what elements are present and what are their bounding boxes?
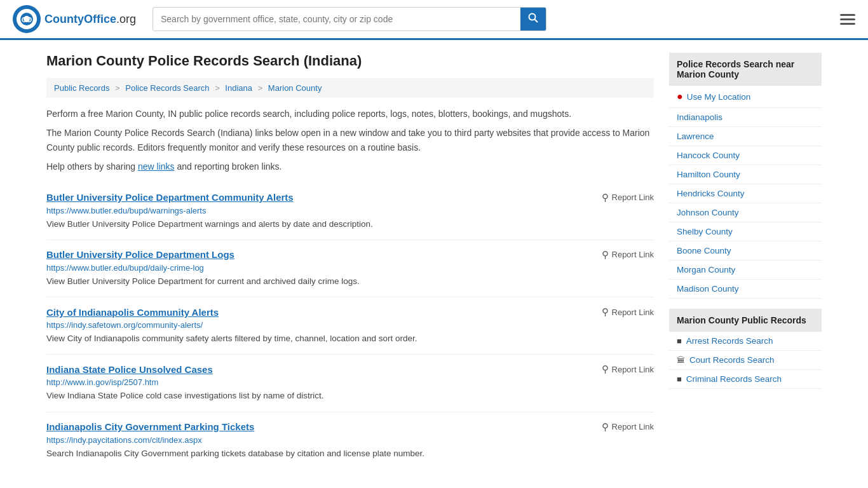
report-link-label-0: Report Link: [612, 193, 654, 202]
use-location-item[interactable]: ● Use My Location: [669, 86, 822, 108]
record-header-4: Indianapolis City Government Parking Tic…: [46, 421, 654, 433]
description-p1: Perform a free Marion County, IN public …: [46, 107, 654, 121]
record-header-2: City of Indianapolis Community Alerts ⚲ …: [46, 306, 654, 318]
nearby-link-0[interactable]: Indianapolis: [677, 112, 722, 122]
nearby-title: Police Records Search near Marion County: [669, 53, 822, 86]
nearby-item-4: Hendricks County: [669, 184, 822, 203]
record-item: City of Indianapolis Community Alerts ⚲ …: [46, 297, 654, 355]
breadcrumb-sep-3: >: [258, 83, 263, 93]
nearby-link-3[interactable]: Hamilton County: [677, 170, 740, 179]
svg-line-6: [535, 20, 538, 23]
record-desc-2: View City of Indianapolis community safe…: [46, 332, 654, 345]
record-item: Butler University Police Department Logs…: [46, 240, 654, 297]
nearby-link-2[interactable]: Hancock County: [677, 151, 740, 160]
location-dot-icon: ●: [677, 91, 683, 102]
hamburger-menu-icon[interactable]: [840, 14, 855, 25]
breadcrumb-marion-county[interactable]: Marion County: [268, 83, 322, 93]
description-p2: The Marion County Police Records Search …: [46, 126, 654, 154]
breadcrumb-sep-2: >: [215, 83, 220, 93]
breadcrumb-indiana[interactable]: Indiana: [225, 83, 252, 93]
pub-record-link-2[interactable]: Criminal Records Search: [686, 374, 782, 384]
record-desc-1: View Butler University Police Department…: [46, 275, 654, 288]
record-url-4: https://indy.paycitations.com/cit/index.…: [46, 435, 654, 445]
nearby-link-6[interactable]: Shelby County: [677, 227, 733, 236]
report-link-icon-0: ⚲: [602, 192, 609, 203]
records-list: Butler University Police Department Comm…: [46, 183, 654, 469]
breadcrumb-public-records[interactable]: Public Records: [54, 83, 109, 93]
nearby-item-9: Madison County: [669, 280, 822, 299]
report-link-2[interactable]: ⚲ Report Link: [602, 306, 654, 318]
public-record-item-2: ■Criminal Records Search: [669, 370, 822, 389]
record-url-3: http://www.in.gov/isp/2507.htm: [46, 377, 654, 387]
record-item: Butler University Police Department Comm…: [46, 183, 654, 240]
record-title-2[interactable]: City of Indianapolis Community Alerts: [46, 307, 219, 318]
report-link-icon-1: ⚲: [602, 249, 609, 261]
nearby-item-1: Lawrence: [669, 127, 822, 146]
report-link-label-4: Report Link: [612, 422, 654, 431]
record-title-3[interactable]: Indiana State Police Unsolved Cases: [46, 364, 213, 375]
logo-area: CO CountyOffice.org: [13, 5, 140, 33]
record-title-4[interactable]: Indianapolis City Government Parking Tic…: [46, 421, 254, 432]
nearby-link-1[interactable]: Lawrence: [677, 132, 714, 141]
public-record-item-1: 🏛Court Records Search: [669, 351, 822, 370]
record-title-1[interactable]: Butler University Police Department Logs: [46, 249, 234, 260]
record-header-3: Indiana State Police Unsolved Cases ⚲ Re…: [46, 363, 654, 375]
report-link-icon-3: ⚲: [602, 363, 609, 375]
record-url-2: https://indy.safetown.org/community-aler…: [46, 320, 654, 330]
search-icon: [528, 13, 538, 23]
svg-point-5: [529, 14, 536, 20]
report-link-icon-2: ⚲: [602, 306, 609, 318]
report-link-label-3: Report Link: [612, 365, 654, 374]
sidebar: Police Records Search near Marion County…: [669, 53, 822, 469]
report-link-icon-4: ⚲: [602, 421, 609, 433]
main-layout: Marion County Police Records Search (Ind…: [34, 40, 834, 482]
nearby-link-7[interactable]: Boone County: [677, 246, 731, 255]
public-records-list: ■Arrest Records Search🏛Court Records Sea…: [669, 332, 822, 389]
nearby-link-5[interactable]: Johnson County: [677, 208, 739, 217]
nearby-item-8: Morgan County: [669, 261, 822, 280]
use-location-link[interactable]: Use My Location: [687, 92, 751, 102]
report-link-3[interactable]: ⚲ Report Link: [602, 363, 654, 375]
nearby-items-list: IndianapolisLawrenceHancock CountyHamilt…: [669, 108, 822, 299]
record-desc-4: Search Indianapolis City Government park…: [46, 447, 654, 460]
nearby-item-0: Indianapolis: [669, 108, 822, 127]
search-button[interactable]: [520, 8, 546, 30]
breadcrumb: Public Records > Police Records Search >…: [46, 78, 654, 98]
new-links-link[interactable]: new links: [138, 161, 175, 172]
nearby-item-2: Hancock County: [669, 146, 822, 165]
nearby-link-9[interactable]: Madison County: [677, 284, 739, 294]
nearby-link-4[interactable]: Hendricks County: [677, 189, 745, 198]
breadcrumb-police-records[interactable]: Police Records Search: [125, 83, 209, 93]
public-records-title: Marion County Public Records: [669, 309, 822, 332]
public-records-section: Marion County Public Records ■Arrest Rec…: [669, 309, 822, 389]
pub-record-icon-2: ■: [677, 374, 682, 384]
logo-icon: CO: [13, 5, 41, 33]
record-item: Indianapolis City Government Parking Tic…: [46, 412, 654, 469]
nearby-item-3: Hamilton County: [669, 165, 822, 184]
nearby-link-8[interactable]: Morgan County: [677, 265, 735, 274]
header: CO CountyOffice.org: [0, 0, 868, 40]
search-input[interactable]: [153, 9, 520, 29]
report-link-label-1: Report Link: [612, 250, 654, 259]
description-p3: Help others by sharing new links and rep…: [46, 159, 654, 173]
pub-record-icon-1: 🏛: [677, 355, 685, 365]
record-url-0: https://www.butler.edu/bupd/warnings-ale…: [46, 206, 654, 215]
record-desc-0: View Butler University Police Department…: [46, 218, 654, 231]
public-record-item-0: ■Arrest Records Search: [669, 332, 822, 351]
pub-record-link-0[interactable]: Arrest Records Search: [686, 336, 773, 346]
report-link-0[interactable]: ⚲ Report Link: [602, 192, 654, 203]
report-link-4[interactable]: ⚲ Report Link: [602, 421, 654, 433]
search-area: [153, 7, 546, 31]
record-header-1: Butler University Police Department Logs…: [46, 249, 654, 261]
report-link-1[interactable]: ⚲ Report Link: [602, 249, 654, 261]
breadcrumb-sep-1: >: [115, 83, 120, 93]
svg-text:CO: CO: [22, 16, 32, 24]
record-title-0[interactable]: Butler University Police Department Comm…: [46, 192, 294, 203]
nearby-item-5: Johnson County: [669, 203, 822, 222]
report-link-label-2: Report Link: [612, 308, 654, 317]
pub-record-link-1[interactable]: Court Records Search: [689, 355, 775, 365]
logo-text: CountyOffice.org: [44, 13, 136, 26]
record-header-0: Butler University Police Department Comm…: [46, 192, 654, 203]
nearby-item-6: Shelby County: [669, 222, 822, 241]
nearby-item-7: Boone County: [669, 241, 822, 261]
